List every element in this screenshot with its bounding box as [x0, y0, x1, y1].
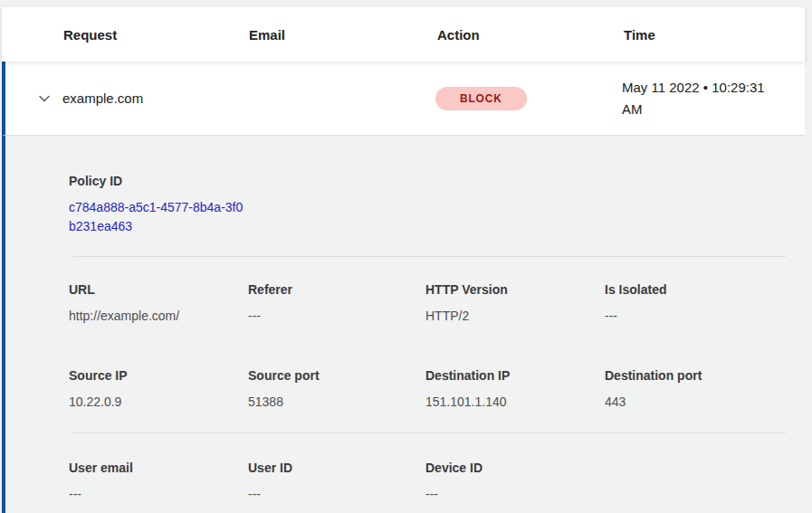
http-version-field: HTTP Version HTTP/2: [425, 280, 605, 325]
device-id-field: Device ID ---: [425, 459, 605, 503]
user-email-field: User email ---: [69, 459, 248, 503]
referer-label: Referer: [248, 280, 425, 299]
user-details-grid: User email --- User ID --- Device ID ---: [69, 459, 786, 503]
url-field: URL http://example.com/: [69, 280, 248, 325]
details-grid: URL http://example.com/ Referer --- HTTP…: [69, 280, 786, 411]
http-version-value: HTTP/2: [425, 307, 605, 325]
source-port-label: Source port: [248, 366, 425, 385]
user-id-value: ---: [248, 485, 425, 503]
log-row[interactable]: example.com BLOCK May 11 2022 • 10:29:31…: [2, 62, 805, 136]
time-value: May 11 2022 • 10:29:31 AM: [622, 77, 794, 120]
source-ip-value: 10.22.0.9: [69, 393, 248, 411]
destination-ip-field: Destination IP 151.101.1.140: [425, 366, 605, 411]
device-id-label: Device ID: [425, 459, 605, 477]
source-ip-field: Source IP 10.22.0.9: [69, 366, 248, 411]
divider: [73, 256, 786, 257]
user-email-label: User email: [69, 459, 248, 477]
spacer-cell: [605, 459, 786, 503]
http-version-label: HTTP Version: [425, 280, 605, 299]
column-header-action: Action: [437, 27, 624, 43]
user-id-label: User ID: [248, 459, 425, 477]
referer-value: ---: [248, 307, 425, 325]
policy-id-label: Policy ID: [69, 172, 786, 190]
destination-port-field: Destination port 443: [605, 366, 786, 411]
referer-field: Referer ---: [248, 280, 425, 325]
source-port-value: 51388: [248, 393, 425, 411]
source-ip-label: Source IP: [69, 366, 248, 385]
chevron-down-icon[interactable]: [37, 91, 52, 106]
log-table: Request Email Action Time example.com BL…: [2, 7, 805, 513]
action-cell: BLOCK: [435, 87, 622, 110]
user-email-value: ---: [69, 485, 248, 503]
column-header-email: Email: [249, 27, 437, 43]
destination-ip-label: Destination IP: [425, 366, 605, 385]
policy-id-field: Policy ID c784a888-a5c1-4577-8b4a-3f0b23…: [69, 172, 786, 236]
request-domain: example.com: [62, 90, 247, 106]
is-isolated-value: ---: [605, 307, 786, 325]
source-port-field: Source port 51388: [248, 366, 425, 411]
details-panel: Policy ID c784a888-a5c1-4577-8b4a-3f0b23…: [2, 136, 805, 513]
status-badge-block: BLOCK: [435, 87, 527, 110]
destination-ip-value: 151.101.1.140: [425, 393, 605, 411]
user-id-field: User ID ---: [248, 459, 425, 503]
column-header-request: Request: [63, 27, 249, 43]
column-header-time: Time: [624, 27, 805, 43]
table-header: Request Email Action Time: [2, 7, 805, 62]
divider: [73, 432, 786, 433]
device-id-value: ---: [425, 485, 605, 503]
is-isolated-field: Is Isolated ---: [605, 280, 786, 325]
url-value: http://example.com/: [69, 307, 248, 325]
url-label: URL: [69, 280, 248, 299]
destination-port-label: Destination port: [605, 366, 786, 385]
destination-port-value: 443: [605, 393, 786, 411]
policy-id-link[interactable]: c784a888-a5c1-4577-8b4a-3f0b231ea463: [69, 198, 248, 236]
is-isolated-label: Is Isolated: [605, 280, 786, 299]
